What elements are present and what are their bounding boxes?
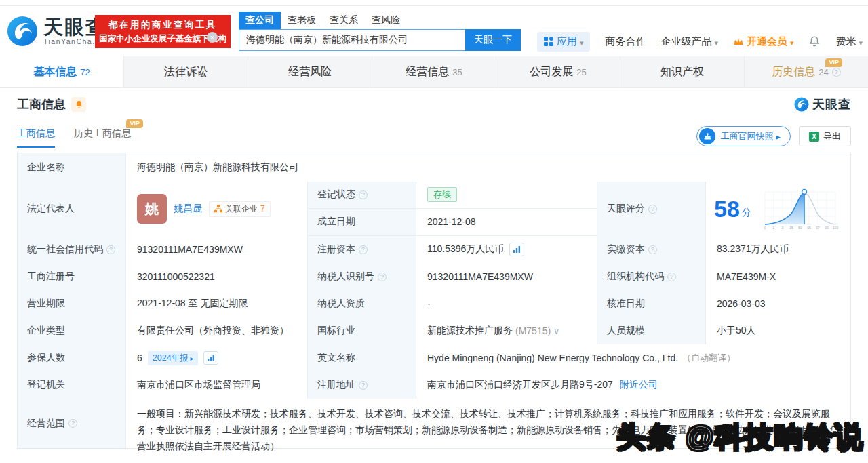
business-term-label: 营业期限 [18,290,126,317]
paid-capital-value: 83.2371万人民币 [706,236,850,263]
chevron-down-icon [711,36,718,47]
org-code-label: 组织机构代码 [597,263,706,290]
svg-text:99: 99 [825,226,829,230]
arrow-right-icon [773,132,781,142]
reg-number-label: 工商注册号 [18,263,126,290]
insured-trend-icon[interactable] [203,351,218,365]
subtab-history-business-info[interactable]: VIP 历史工商信息 [74,127,131,148]
export-button[interactable]: 导出 [799,126,851,146]
official-snapshot-button[interactable]: 工商官网快照 [696,126,791,146]
notification-bell-icon[interactable] [808,35,821,47]
user-menu[interactable]: 费米 [835,35,863,48]
capital-trend-icon[interactable] [509,243,524,256]
tab-business-info[interactable]: 经营信息35 [372,56,496,87]
reg-status-label: 登记状态 [308,182,416,208]
nav-open-vip[interactable]: 开通会员 [733,35,794,48]
brand-watermark: 天眼查 [794,96,851,113]
header-nav: 应用 商务合作 企业级产品 开通会员 费米 [537,31,863,52]
tab-operating-risk[interactable]: 经营风险 [248,56,372,87]
address-cell: 南京市浦口区浦口经济开发区步月路9号-207 附近公司 [416,371,850,399]
svg-text:3: 3 [781,226,783,230]
insured-label: 参保人数 [18,344,126,371]
chevron-down-icon [856,36,863,47]
search-area: 查公司 查老板 查关系 查风险 天眼一下 [239,9,521,51]
score-label: 天眼评分 [597,182,706,236]
section-title: 工商信息 [17,96,66,113]
company-name-label: 企业名称 [18,153,126,182]
help-icon[interactable] [68,419,77,428]
help-icon[interactable] [378,273,387,281]
promo-line1: 都在用的商业查询工具 [108,19,217,31]
vip-badge: VIP [126,119,143,128]
business-info-table: 企业名称 海德明能（南京）新能源科技有限公司 法定代表人 姚 姚昌晟 关联企业7… [17,153,851,449]
help-icon[interactable] [106,245,115,254]
reg-authority-value: 南京市浦口区市场监督管理局 [126,371,308,399]
related-companies-badge[interactable]: 关联企业7 [209,201,271,217]
help-icon[interactable] [359,381,368,390]
tianyancha-logo-icon [794,97,809,112]
legal-rep-link[interactable]: 姚昌晟 [174,203,202,215]
legal-rep-cell: 姚 姚昌晟 关联企业7 [126,182,308,236]
english-name-label: 英文名称 [308,344,416,371]
org-code-value: MA7E439M-X [706,263,850,290]
tab-legal[interactable]: 法律诉讼 [123,56,248,87]
annual-report-badge[interactable]: 2024年报 [148,351,199,365]
search-tab-relation[interactable]: 查关系 [323,12,365,29]
watermark-overlay: 头条 @科技响铃说 [616,418,864,456]
tab-history-info[interactable]: VIP 历史信息24 [744,56,868,87]
chevron-down-icon [577,36,584,47]
search-input[interactable] [239,29,465,51]
help-icon[interactable] [359,190,368,199]
score-marker-icon [802,190,806,195]
address-label: 注册地址 [308,371,416,399]
help-icon[interactable] [648,245,657,254]
help-icon[interactable] [832,68,841,77]
svg-text:50: 50 [798,226,802,230]
subtab-business-info[interactable]: 工商信息 [17,127,55,148]
tab-basic-info[interactable]: 基本信息72 [0,56,123,87]
search-button[interactable]: 天眼一下 [465,29,521,51]
svg-text:0: 0 [764,226,766,230]
tianyancha-company-page: 天眼查 TianYanCha.com 都在用的商业查询工具 国家中小企业发展子基… [0,0,868,463]
crown-icon [733,37,744,46]
help-icon[interactable] [359,245,368,254]
apps-grid-icon [544,37,553,46]
english-name-cell: Hyde Mingneng (Nanjing) New Energy Techn… [416,344,850,371]
staff-size-value: 小于50人 [706,317,850,344]
company-type-value: 有限责任公司（外商投资、非独资） [126,317,308,344]
tab-company-development[interactable]: 公司发展25 [496,56,620,87]
approval-date-label: 核准日期 [597,290,706,317]
business-term-value: 2021-12-08 至 无固定期限 [126,290,308,317]
search-tab-boss[interactable]: 查老板 [281,12,323,29]
search-tab-risk[interactable]: 查风险 [365,12,407,29]
score-cell: 58 分 0131550659799100 [706,182,850,236]
est-date-value: 2021-12-08 [416,209,597,236]
est-date-label: 成立日期 [308,209,416,236]
tab-intellectual-property[interactable]: 知识产权 [620,56,744,87]
score-distribution-chart: 0131550659799100 [761,186,841,231]
monitor-bell-icon[interactable] [71,97,86,112]
excel-icon [809,132,819,142]
taxpayer-quality-label: 纳税人资质 [308,290,416,317]
svg-text:97: 97 [816,226,820,230]
taxpayer-id-value: 91320111MA7E439MXW [416,263,597,290]
help-icon[interactable] [667,273,676,281]
industry-cell: 新能源技术推广服务 (M7515) [416,317,597,344]
company-tabbar: 基本信息72 法律诉讼 经营风险 经营信息35 公司发展25 知识产权 VIP … [0,56,868,88]
industry-label: 国标行业 [308,317,416,344]
nav-apps[interactable]: 应用 [537,32,591,52]
nav-cooperation[interactable]: 商务合作 [605,35,646,48]
site-header: 天眼查 TianYanCha.com 都在用的商业查询工具 国家中小企业发展子基… [0,6,868,56]
legal-rep-avatar[interactable]: 姚 [137,194,167,224]
score-value: 58 [714,197,740,220]
help-icon[interactable] [648,205,657,214]
search-tab-company[interactable]: 查公司 [239,12,281,29]
search-tabs: 查公司 查老板 查关系 查风险 [239,9,521,29]
nearby-companies-link[interactable]: 附近公司 [620,379,658,391]
reg-authority-label: 登记机关 [18,371,126,399]
chevron-down-icon[interactable] [551,325,559,336]
nav-enterprise-products[interactable]: 企业级产品 [660,35,718,48]
clear-search-icon[interactable] [207,32,218,43]
vip-badge: VIP [825,58,842,67]
taxpayer-id-label: 纳税人识别号 [308,263,416,290]
